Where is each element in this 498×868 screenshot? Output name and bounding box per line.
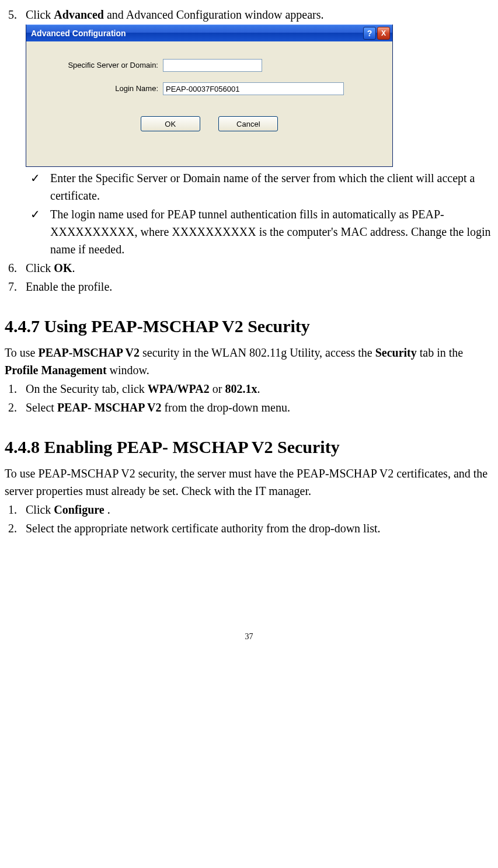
step-448-2: 2. Select the appropriate network certif… [8, 520, 493, 537]
close-button[interactable]: X [377, 27, 390, 40]
step-6: 6. Click OK. [8, 259, 493, 277]
step-447-1: 1. On the Security tab, click WPA/WPA2 o… [8, 380, 493, 398]
login-name-input[interactable] [163, 82, 344, 95]
step-text: Enable the profile. [26, 278, 112, 295]
step-448-1: 1. Click Configure . [8, 501, 493, 518]
check-item-2: ✓ The login name used for PEAP tunnel au… [30, 205, 493, 258]
check-item-1: ✓ Enter the Specific Server or Domain na… [30, 169, 493, 204]
advanced-configuration-dialog: Advanced Configuration ? X Specific Serv… [26, 25, 393, 167]
step-number: 1. [8, 380, 26, 398]
titlebar: Advanced Configuration ? X [26, 25, 392, 41]
dialog-screenshot: Advanced Configuration ? X Specific Serv… [26, 25, 493, 167]
step-text: Select the appropriate network certifica… [26, 520, 381, 537]
step-447-2: 2. Select PEAP- MSCHAP V2 from the drop-… [8, 399, 493, 416]
step-number: 6. [8, 259, 26, 277]
step-text: Select PEAP- MSCHAP V2 from the drop-dow… [26, 399, 290, 416]
paragraph-447: To use PEAP-MSCHAP V2 security in the WL… [5, 344, 493, 379]
check-text: Enter the Specific Server or Domain name… [50, 169, 493, 204]
heading-447: 4.4.7 Using PEAP-MSCHAP V2 Security [5, 313, 493, 339]
window-title: Advanced Configuration [31, 27, 126, 40]
step-number: 2. [8, 520, 26, 537]
help-button[interactable]: ? [363, 27, 376, 40]
server-domain-input[interactable] [163, 59, 262, 72]
cancel-button[interactable]: Cancel [218, 116, 278, 131]
paragraph-448: To use PEAP-MSCHAP V2 security, the serv… [5, 465, 493, 500]
step-number: 5. [8, 6, 26, 23]
check-icon: ✓ [30, 205, 50, 258]
login-name-label: Login Name: [43, 83, 163, 95]
step-text: Click OK. [26, 259, 75, 277]
step-text: On the Security tab, click WPA/WPA2 or 8… [26, 380, 260, 398]
step-7: 7. Enable the profile. [8, 278, 493, 295]
step-5: 5. Click Advanced and Advanced Configura… [8, 6, 493, 23]
server-domain-label: Specific Server or Domain: [43, 60, 163, 71]
heading-448: 4.4.8 Enabling PEAP- MSCHAP V2 Security [5, 434, 493, 460]
ok-button[interactable]: OK [141, 116, 200, 131]
step-number: 2. [8, 399, 26, 416]
step-text: Click Advanced and Advanced Configuratio… [26, 6, 324, 23]
step-number: 1. [8, 501, 26, 518]
check-text: The login name used for PEAP tunnel auth… [50, 205, 493, 258]
step-number: 7. [8, 278, 26, 295]
step-text: Click Configure . [26, 501, 110, 518]
check-icon: ✓ [30, 169, 50, 204]
page-number: 37 [5, 630, 493, 643]
